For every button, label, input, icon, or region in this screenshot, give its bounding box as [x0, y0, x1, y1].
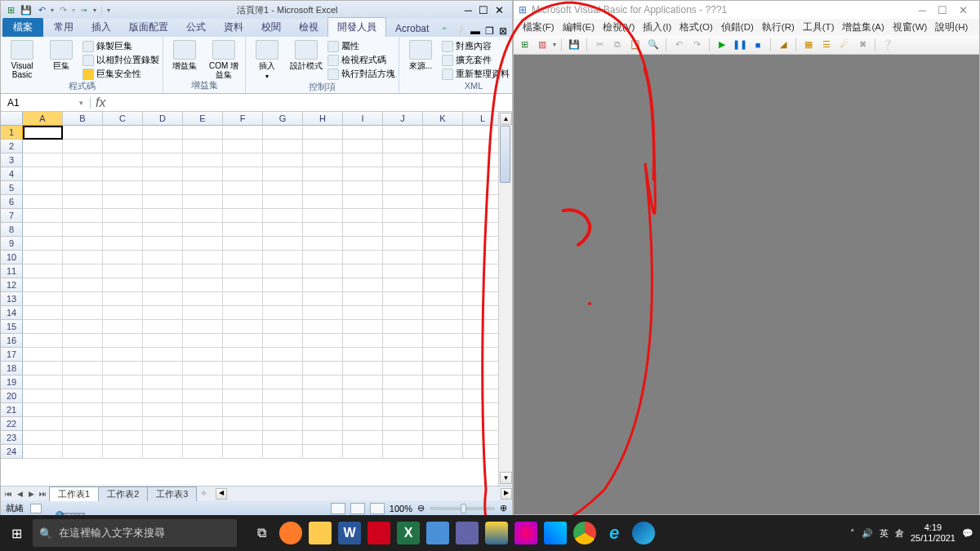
cell[interactable]	[23, 292, 63, 306]
menu-addins[interactable]: 增益集(A)	[838, 20, 888, 35]
cell[interactable]	[343, 417, 383, 431]
tab-insert[interactable]: 插入	[82, 18, 120, 37]
cell[interactable]	[263, 334, 303, 348]
cell[interactable]	[343, 431, 383, 445]
addins-button[interactable]: 增益集	[167, 38, 203, 70]
cell[interactable]	[343, 153, 383, 167]
cell[interactable]	[183, 195, 223, 209]
cell[interactable]	[23, 306, 63, 320]
cell[interactable]	[183, 292, 223, 306]
cell[interactable]	[383, 445, 423, 459]
cell[interactable]	[343, 140, 383, 153]
cell[interactable]	[143, 223, 183, 237]
fx-icon[interactable]: fx	[96, 96, 105, 110]
cell[interactable]	[103, 195, 143, 209]
cell[interactable]	[223, 292, 263, 306]
cell[interactable]	[383, 209, 423, 223]
cell[interactable]	[143, 445, 183, 459]
cell[interactable]	[63, 292, 103, 306]
cell[interactable]	[183, 320, 223, 334]
new-sheet-icon[interactable]: ✧	[200, 488, 207, 499]
close-button[interactable]: ✕	[495, 4, 504, 16]
cell[interactable]	[143, 375, 183, 389]
worksheet-grid[interactable]: ABCDEFGHIJKL 123456789101112131415161718…	[1, 112, 512, 486]
cell[interactable]	[143, 278, 183, 292]
cell[interactable]	[223, 237, 263, 251]
cell[interactable]	[23, 223, 63, 237]
sheet-nav-next-icon[interactable]: ▶	[25, 490, 37, 498]
cell[interactable]	[263, 264, 303, 278]
reset-icon[interactable]: ■	[751, 38, 765, 52]
cell[interactable]	[343, 334, 383, 348]
cell[interactable]	[423, 431, 463, 445]
cell[interactable]	[303, 195, 343, 209]
cell[interactable]	[143, 237, 183, 251]
visual-basic-button[interactable]: Visual Basic	[4, 38, 40, 79]
cell[interactable]	[23, 251, 63, 264]
menu-edit[interactable]: 編輯(E)	[559, 20, 599, 35]
cell[interactable]	[223, 153, 263, 167]
mdi-minimize-icon[interactable]: ▬	[470, 25, 480, 37]
column-header-K[interactable]: K	[423, 112, 463, 126]
cell[interactable]	[303, 278, 343, 292]
row-header-16[interactable]: 16	[1, 334, 23, 348]
mdi-close-icon[interactable]: ⊠	[499, 25, 507, 37]
cell[interactable]	[23, 209, 63, 223]
cell[interactable]	[423, 348, 463, 362]
cell[interactable]	[383, 306, 423, 320]
macro-security-button[interactable]: 巨集安全性	[82, 68, 159, 80]
cell[interactable]	[263, 278, 303, 292]
column-header-C[interactable]: C	[103, 112, 143, 126]
tab-review[interactable]: 校閱	[252, 18, 290, 37]
cell[interactable]	[143, 126, 183, 140]
cell[interactable]	[303, 431, 343, 445]
cell[interactable]	[343, 126, 383, 140]
cell[interactable]	[63, 389, 103, 403]
cell[interactable]	[103, 209, 143, 223]
cell[interactable]	[23, 348, 63, 362]
cell[interactable]	[303, 264, 343, 278]
redo-dropdown-icon[interactable]: ▾	[72, 7, 75, 14]
cell[interactable]	[23, 237, 63, 251]
qat-customize-icon[interactable]: ▾	[93, 7, 96, 14]
cell[interactable]	[263, 417, 303, 431]
cell[interactable]	[183, 264, 223, 278]
zoom-out-button[interactable]: ⊖	[417, 503, 425, 513]
row-header-4[interactable]: 4	[1, 167, 23, 181]
cell[interactable]	[103, 292, 143, 306]
sheet-tab-2[interactable]: 工作表2	[98, 487, 148, 501]
select-all-cell[interactable]	[1, 112, 23, 126]
cell[interactable]	[263, 223, 303, 237]
cell[interactable]	[223, 126, 263, 140]
cell[interactable]	[423, 445, 463, 459]
vba-app-icon[interactable]: ⊞	[519, 4, 527, 16]
cell[interactable]	[223, 320, 263, 334]
cell[interactable]	[303, 181, 343, 195]
cell[interactable]	[463, 126, 503, 140]
cell[interactable]	[263, 181, 303, 195]
cell[interactable]	[463, 209, 503, 223]
cell[interactable]	[23, 140, 63, 153]
cell[interactable]	[463, 320, 503, 334]
cell[interactable]	[143, 195, 183, 209]
tray-chevron-icon[interactable]: ˄	[850, 528, 855, 539]
object-browser-icon[interactable]: ☄	[837, 38, 852, 52]
design-mode-button[interactable]: 設計模式	[288, 38, 324, 70]
cell[interactable]	[103, 389, 143, 403]
cell[interactable]	[343, 181, 383, 195]
cell[interactable]	[263, 209, 303, 223]
cell[interactable]	[423, 403, 463, 417]
cell[interactable]	[223, 445, 263, 459]
cell[interactable]	[423, 140, 463, 153]
properties-button[interactable]: 屬性	[327, 40, 395, 52]
cell[interactable]	[103, 403, 143, 417]
cell[interactable]	[223, 362, 263, 375]
cell[interactable]	[423, 223, 463, 237]
cell[interactable]	[143, 389, 183, 403]
cell[interactable]	[343, 362, 383, 375]
xml-source-button[interactable]: 來源...	[403, 38, 439, 70]
cell[interactable]	[423, 126, 463, 140]
cell[interactable]	[303, 126, 343, 140]
run-icon[interactable]: ▶	[715, 38, 729, 52]
app-taskbar-icon-2[interactable]	[514, 522, 537, 544]
